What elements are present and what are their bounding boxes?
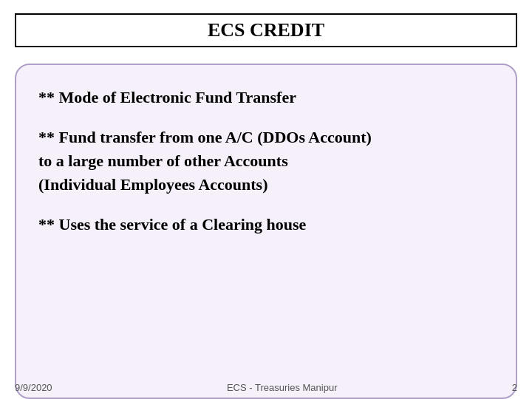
- bullet-text-1: ** Mode of Electronic Fund Transfer: [38, 88, 296, 106]
- bullet2-line2: to a large number of other Accounts: [38, 151, 288, 170]
- page-container: ECS CREDIT ** Mode of Electronic Fund Tr…: [0, 0, 532, 399]
- bullet2-line1: ** Fund transfer from one A/C (DDOs Acco…: [38, 128, 372, 146]
- bullet-text-2: ** Fund transfer from one A/C (DDOs Acco…: [38, 126, 494, 197]
- title-bar: ECS CREDIT: [15, 13, 517, 47]
- content-box: ** Mode of Electronic Fund Transfer ** F…: [15, 64, 517, 399]
- footer: 9/9/2020 ECS - Treasuries Manipur 2: [0, 376, 532, 399]
- bullet-item-3: ** Uses the service of a Clearing house: [38, 213, 494, 236]
- footer-center: ECS - Treasuries Manipur: [227, 382, 338, 393]
- bullet-item-2: ** Fund transfer from one A/C (DDOs Acco…: [38, 126, 494, 197]
- footer-page: 2: [512, 382, 517, 393]
- bullet2-line3: (Individual Employees Accounts): [38, 175, 268, 194]
- bullet-item-1: ** Mode of Electronic Fund Transfer: [38, 86, 494, 109]
- footer-date: 9/9/2020: [15, 382, 52, 393]
- bullet-text-3: ** Uses the service of a Clearing house: [38, 215, 306, 233]
- page-title: ECS CREDIT: [208, 19, 324, 41]
